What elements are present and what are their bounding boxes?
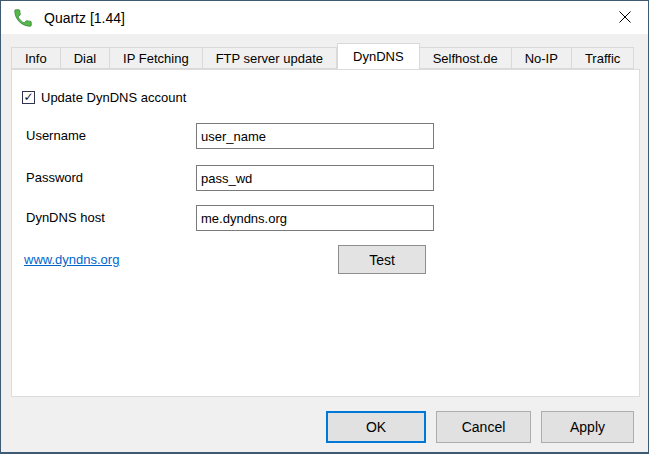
tab-ftp-server-update[interactable]: FTP server update (203, 47, 337, 69)
tab-label: IP Fetching (123, 51, 189, 66)
tab-traffic[interactable]: Traffic (572, 47, 634, 69)
window-title: Quartz [1.44] (44, 10, 125, 26)
tab-label: Dial (74, 51, 96, 66)
dyndns-host-input[interactable] (196, 205, 434, 231)
tab-strip: Info Dial IP Fetching FTP server update … (11, 47, 634, 69)
tab-label: Info (25, 51, 47, 66)
tab-info[interactable]: Info (11, 47, 61, 69)
ok-button[interactable]: OK (326, 411, 426, 443)
tab-label: Traffic (585, 51, 620, 66)
close-button[interactable] (602, 1, 648, 33)
tab-label: Selfhost.de (433, 51, 498, 66)
update-dyndns-checkbox-label[interactable]: Update DynDNS account (41, 90, 186, 105)
tab-selfhost-de[interactable]: Selfhost.de (420, 47, 512, 69)
update-dyndns-checkbox[interactable]: ✓ (22, 91, 35, 104)
tab-label: FTP server update (216, 51, 323, 66)
tab-label: DynDNS (353, 49, 404, 64)
dyndns-website-link[interactable]: www.dyndns.org (24, 252, 119, 267)
username-label: Username (26, 128, 86, 143)
test-button[interactable]: Test (338, 245, 426, 274)
password-input[interactable] (196, 165, 434, 191)
dialog-window: Quartz [1.44] Info Dial IP Fetching FTP … (0, 0, 649, 454)
close-icon (619, 11, 631, 23)
update-dyndns-checkbox-row: ✓ Update DynDNS account (22, 90, 186, 105)
apply-button[interactable]: Apply (541, 411, 634, 443)
dyndns-tab-page: ✓ Update DynDNS account Username Passwor… (11, 69, 640, 397)
cancel-button[interactable]: Cancel (436, 411, 531, 443)
checkmark-icon: ✓ (23, 91, 33, 103)
tab-dyndns[interactable]: DynDNS (337, 43, 420, 69)
dyndns-host-label: DynDNS host (26, 210, 105, 225)
tab-no-ip[interactable]: No-IP (512, 47, 572, 69)
tab-ip-fetching[interactable]: IP Fetching (110, 47, 203, 69)
tab-label: No-IP (525, 51, 558, 66)
password-label: Password (26, 170, 83, 185)
username-input[interactable] (196, 123, 434, 149)
phone-icon (12, 7, 34, 29)
tab-dial[interactable]: Dial (61, 47, 110, 69)
title-bar: Quartz [1.44] (1, 1, 648, 34)
